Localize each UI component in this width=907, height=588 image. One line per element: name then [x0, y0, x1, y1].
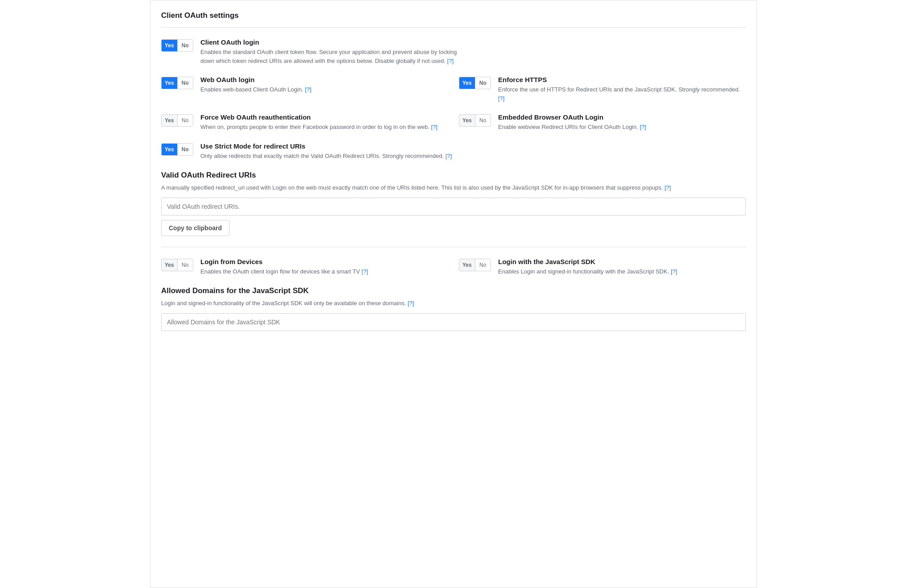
toggle-no-label: No	[475, 115, 491, 126]
strict-mode-label: Use Strict Mode for redirect URIs	[200, 142, 746, 150]
row-web-oauth-enforce: Yes No Web OAuth login Enables web-based…	[161, 76, 746, 103]
allowed-domains-help[interactable]: [?]	[408, 300, 414, 306]
allowed-domains-section: Allowed Domains for the JavaScript SDK L…	[161, 286, 746, 331]
allowed-domains-description: Login and signed-in functionality of the…	[161, 299, 746, 308]
client-oauth-login-content: Client OAuth login Enables the standard …	[200, 38, 746, 65]
embedded-browser-description: Enable webview Redirect URIs for Client …	[498, 123, 746, 132]
force-web-oauth-label: Force Web OAuth reauthentication	[200, 113, 448, 121]
login-jssdk-content: Login with the JavaScript SDK Enables Lo…	[498, 258, 746, 276]
valid-oauth-description: A manually specified redirect_uri used w…	[161, 183, 746, 192]
force-web-oauth-content: Force Web OAuth reauthentication When on…	[200, 113, 448, 132]
login-devices-label: Login from Devices	[200, 258, 448, 265]
embedded-browser-toggle-wrapper: Yes No	[459, 114, 491, 127]
toggle-no-label: No	[178, 77, 193, 89]
toggle-yes-label: Yes	[162, 40, 178, 51]
embedded-browser-toggle[interactable]: Yes No	[459, 114, 491, 127]
client-oauth-login-toggle-wrapper: Yes No	[161, 39, 193, 52]
toggle-yes-label: Yes	[162, 77, 178, 89]
force-web-oauth-help[interactable]: [?]	[431, 124, 437, 130]
enforce-https-row: Yes No Enforce HTTPS Enforce the use of …	[459, 76, 746, 103]
web-oauth-login-toggle-wrapper: Yes No	[161, 77, 193, 89]
web-oauth-login-label: Web OAuth login	[200, 76, 448, 83]
toggle-yes-label: Yes	[459, 259, 475, 271]
toggle-no-label: No	[178, 40, 193, 51]
web-oauth-login-row: Yes No Web OAuth login Enables web-based…	[161, 76, 448, 103]
toggle-no-label: No	[475, 77, 491, 89]
enforce-https-label: Enforce HTTPS	[498, 76, 746, 83]
force-web-oauth-toggle[interactable]: Yes No	[161, 114, 193, 127]
strict-mode-row: Yes No Use Strict Mode for redirect URIs…	[161, 142, 746, 161]
embedded-browser-content: Embedded Browser OAuth Login Enable webv…	[498, 113, 746, 132]
strict-mode-toggle-wrapper: Yes No	[161, 143, 193, 156]
allowed-domains-input[interactable]	[161, 313, 746, 331]
web-oauth-login-toggle[interactable]: Yes No	[161, 77, 193, 89]
login-devices-row: Yes No Login from Devices Enables the OA…	[161, 258, 448, 276]
web-oauth-login-content: Web OAuth login Enables web-based Client…	[200, 76, 448, 94]
strict-mode-toggle[interactable]: Yes No	[161, 143, 193, 156]
login-jssdk-help[interactable]: [?]	[671, 268, 677, 275]
login-jssdk-row: Yes No Login with the JavaScript SDK Ena…	[459, 258, 746, 276]
valid-oauth-help[interactable]: [?]	[665, 184, 671, 191]
login-devices-toggle[interactable]: Yes No	[161, 259, 193, 271]
toggle-yes-label: Yes	[459, 77, 475, 89]
toggle-no-label: No	[475, 259, 491, 271]
valid-oauth-input[interactable]	[161, 198, 746, 215]
client-oauth-login-help[interactable]: [?]	[447, 58, 454, 64]
divider	[161, 247, 746, 247]
login-devices-description: Enables the OAuth client login flow for …	[200, 267, 448, 276]
embedded-browser-label: Embedded Browser OAuth Login	[498, 113, 746, 121]
enforce-https-toggle[interactable]: Yes No	[459, 77, 491, 89]
client-oauth-login-toggle[interactable]: Yes No	[161, 39, 193, 52]
strict-mode-description: Only allow redirects that exactly match …	[200, 152, 459, 161]
client-oauth-login-row: Yes No Client OAuth login Enables the st…	[161, 38, 746, 65]
valid-oauth-section: Valid OAuth Redirect URIs A manually spe…	[161, 171, 746, 236]
page-container: Client OAuth settings Yes No Client OAut…	[150, 0, 757, 588]
login-devices-content: Login from Devices Enables the OAuth cli…	[200, 258, 448, 276]
enforce-https-content: Enforce HTTPS Enforce the use of HTTPS f…	[498, 76, 746, 103]
enforce-https-help[interactable]: [?]	[498, 95, 504, 102]
valid-oauth-title: Valid OAuth Redirect URIs	[161, 171, 746, 180]
force-web-oauth-row: Yes No Force Web OAuth reauthentication …	[161, 113, 448, 132]
client-oauth-login-description: Enables the standard OAuth client token …	[200, 48, 459, 65]
toggle-no-label: No	[178, 115, 193, 126]
strict-mode-help[interactable]: [?]	[445, 153, 452, 159]
embedded-browser-help[interactable]: [?]	[640, 124, 646, 130]
toggle-no-label: No	[178, 144, 193, 155]
toggle-yes-label: Yes	[162, 259, 178, 271]
client-oauth-login-label: Client OAuth login	[200, 38, 746, 46]
login-devices-help[interactable]: [?]	[362, 268, 368, 275]
login-jssdk-description: Enables Login and signed-in functionalit…	[498, 267, 746, 276]
allowed-domains-title: Allowed Domains for the JavaScript SDK	[161, 286, 746, 295]
enforce-https-description: Enforce the use of HTTPS for Redirect UR…	[498, 85, 746, 103]
login-devices-toggle-wrapper: Yes No	[161, 259, 193, 271]
web-oauth-login-description: Enables web-based Client OAuth Login. [?…	[200, 85, 448, 94]
force-web-oauth-description: When on, prompts people to enter their F…	[200, 123, 448, 132]
login-jssdk-toggle-wrapper: Yes No	[459, 259, 491, 271]
row-devices-jssdk: Yes No Login from Devices Enables the OA…	[161, 258, 746, 276]
toggle-yes-label: Yes	[162, 115, 178, 126]
force-web-oauth-toggle-wrapper: Yes No	[161, 114, 193, 127]
embedded-browser-row: Yes No Embedded Browser OAuth Login Enab…	[459, 113, 746, 132]
login-jssdk-toggle[interactable]: Yes No	[459, 259, 491, 271]
web-oauth-login-help[interactable]: [?]	[305, 86, 311, 93]
toggle-yes-label: Yes	[459, 115, 475, 126]
login-jssdk-label: Login with the JavaScript SDK	[498, 258, 746, 265]
toggle-yes-label: Yes	[162, 144, 178, 155]
row-force-oauth-embedded: Yes No Force Web OAuth reauthentication …	[161, 113, 746, 132]
strict-mode-content: Use Strict Mode for redirect URIs Only a…	[200, 142, 746, 161]
copy-to-clipboard-button[interactable]: Copy to clipboard	[161, 220, 229, 236]
toggle-no-label: No	[178, 259, 193, 271]
enforce-https-toggle-wrapper: Yes No	[459, 77, 491, 89]
page-title: Client OAuth settings	[161, 11, 746, 28]
